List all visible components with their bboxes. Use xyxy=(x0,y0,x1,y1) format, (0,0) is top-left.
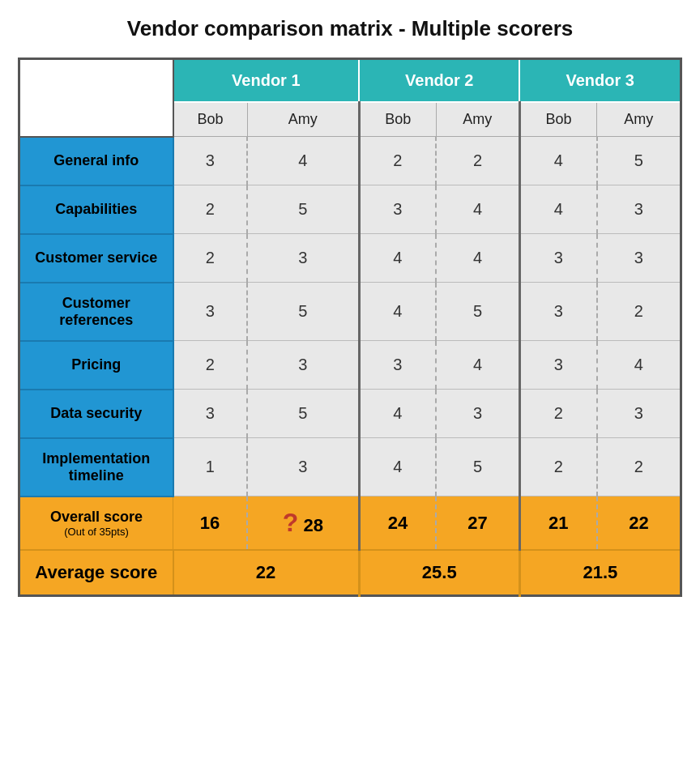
scorer-header-row: Bob Amy Bob Amy Bob Amy xyxy=(19,102,681,137)
category-label-3: Customer references xyxy=(19,283,173,341)
score-3-0: 3 xyxy=(173,283,248,341)
category-label-0: General info xyxy=(19,137,173,185)
average-score-row: Average score2225.521.5 xyxy=(19,550,681,596)
category-label-5: Data security xyxy=(19,390,173,438)
score-0-2: 2 xyxy=(359,137,436,185)
score-1-4: 4 xyxy=(519,185,596,234)
overall-v1-amy: ? 28 xyxy=(247,496,359,551)
comparison-table: Vendor 1 Vendor 2 Vendor 3 Bob Amy Bob A… xyxy=(18,58,682,597)
scorer-v1-bob: Bob xyxy=(173,102,248,137)
score-5-5: 3 xyxy=(597,390,681,438)
score-1-5: 3 xyxy=(597,185,681,234)
score-6-4: 2 xyxy=(519,438,596,496)
vendor-header-row: Vendor 1 Vendor 2 Vendor 3 xyxy=(19,59,681,103)
score-3-2: 4 xyxy=(359,283,436,341)
category-row-2: Customer service234433 xyxy=(19,234,681,283)
scorer-v2-amy: Amy xyxy=(436,102,519,137)
overall-v1-bob: 16 xyxy=(173,496,248,551)
scorer-v1-amy: Amy xyxy=(247,102,359,137)
average-v3: 21.5 xyxy=(519,550,681,596)
overall-v3-bob: 21 xyxy=(519,496,596,551)
score-0-5: 5 xyxy=(597,137,681,185)
score-0-3: 2 xyxy=(436,137,519,185)
average-v1: 22 xyxy=(173,550,360,596)
score-4-3: 4 xyxy=(436,341,519,390)
vendor3-header: Vendor 3 xyxy=(519,59,681,103)
score-0-0: 3 xyxy=(173,137,248,185)
score-2-5: 3 xyxy=(597,234,681,283)
score-2-3: 4 xyxy=(436,234,519,283)
category-row-0: General info342245 xyxy=(19,137,681,185)
score-4-0: 2 xyxy=(173,341,248,390)
score-6-3: 5 xyxy=(436,438,519,496)
score-6-0: 1 xyxy=(173,438,248,496)
category-row-1: Capabilities253443 xyxy=(19,185,681,234)
overall-label: Overall score(Out of 35pts) xyxy=(19,496,173,551)
category-label-4: Pricing xyxy=(19,341,173,390)
score-2-2: 4 xyxy=(359,234,436,283)
score-3-5: 2 xyxy=(597,283,681,341)
score-3-3: 5 xyxy=(436,283,519,341)
page-title: Vendor comparison matrix - Multiple scor… xyxy=(18,16,682,41)
score-5-0: 3 xyxy=(173,390,248,438)
score-6-2: 4 xyxy=(359,438,436,496)
score-6-1: 3 xyxy=(247,438,359,496)
category-row-3: Customer references354532 xyxy=(19,283,681,341)
score-0-1: 4 xyxy=(247,137,359,185)
empty-header-1 xyxy=(19,59,173,103)
score-5-2: 4 xyxy=(359,390,436,438)
score-0-4: 4 xyxy=(519,137,596,185)
overall-score-row: Overall score(Out of 35pts)16? 282427212… xyxy=(19,496,681,551)
scorer-v2-bob: Bob xyxy=(359,102,436,137)
score-1-2: 3 xyxy=(359,185,436,234)
category-row-5: Data security354323 xyxy=(19,390,681,438)
score-5-4: 2 xyxy=(519,390,596,438)
score-4-4: 3 xyxy=(519,341,596,390)
page-container: Vendor comparison matrix - Multiple scor… xyxy=(18,16,682,597)
score-2-4: 3 xyxy=(519,234,596,283)
score-2-0: 2 xyxy=(173,234,248,283)
score-6-5: 2 xyxy=(597,438,681,496)
category-label-1: Capabilities xyxy=(19,185,173,234)
score-1-3: 4 xyxy=(436,185,519,234)
category-row-4: Pricing233434 xyxy=(19,341,681,390)
score-5-3: 3 xyxy=(436,390,519,438)
score-5-1: 5 xyxy=(247,390,359,438)
score-1-0: 2 xyxy=(173,185,248,234)
vendor1-header: Vendor 1 xyxy=(173,59,360,103)
average-v2: 25.5 xyxy=(359,550,519,596)
category-label-2: Customer service xyxy=(19,234,173,283)
score-1-1: 5 xyxy=(247,185,359,234)
vendor2-header: Vendor 2 xyxy=(359,59,519,103)
category-label-6: Implementation timeline xyxy=(19,438,173,496)
empty-header-2 xyxy=(19,102,173,137)
overall-v3-amy: 22 xyxy=(597,496,681,551)
score-4-5: 4 xyxy=(597,341,681,390)
score-3-1: 5 xyxy=(247,283,359,341)
scorer-v3-amy: Amy xyxy=(597,102,681,137)
category-row-6: Implementation timeline134522 xyxy=(19,438,681,496)
overall-v2-bob: 24 xyxy=(359,496,436,551)
overall-v2-amy: 27 xyxy=(436,496,519,551)
score-2-1: 3 xyxy=(247,234,359,283)
score-4-1: 3 xyxy=(247,341,359,390)
average-label: Average score xyxy=(19,550,173,596)
score-3-4: 3 xyxy=(519,283,596,341)
scorer-v3-bob: Bob xyxy=(519,102,596,137)
score-4-2: 3 xyxy=(359,341,436,390)
